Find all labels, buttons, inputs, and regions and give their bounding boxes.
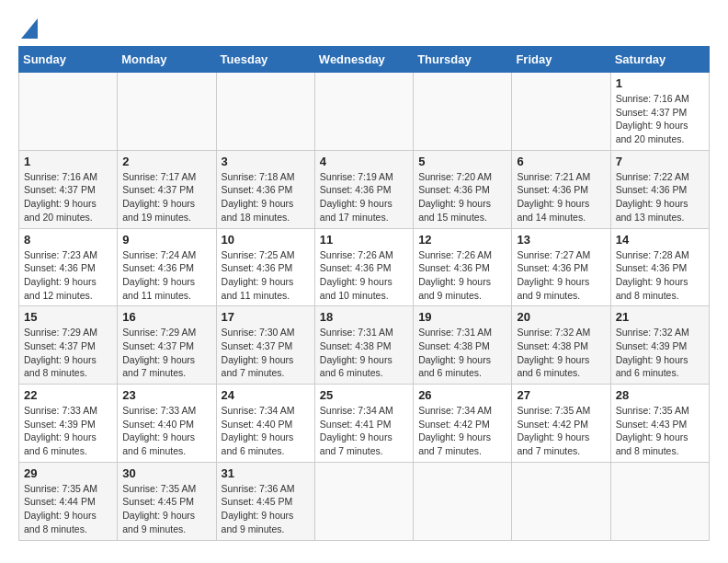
day-info: Sunrise: 7:27 AM Sunset: 4:36 PM Dayligh… — [517, 248, 605, 303]
day-info: Sunrise: 7:32 AM Sunset: 4:39 PM Dayligh… — [616, 326, 704, 380]
calendar-cell: 20Sunrise: 7:32 AM Sunset: 4:38 PM Dayli… — [512, 306, 610, 385]
logo-triangle-icon — [21, 18, 38, 39]
calendar-cell: 31Sunrise: 7:36 AM Sunset: 4:45 PM Dayli… — [216, 462, 314, 540]
day-info: Sunrise: 7:16 AM Sunset: 4:37 PM Dayligh… — [616, 92, 704, 146]
calendar-cell — [216, 73, 314, 151]
calendar-cell: 18Sunrise: 7:31 AM Sunset: 4:38 PM Dayli… — [314, 306, 413, 385]
calendar-week-row: 1Sunrise: 7:16 AM Sunset: 4:37 PM Daylig… — [19, 73, 710, 151]
calendar-cell — [414, 73, 512, 151]
day-info: Sunrise: 7:19 AM Sunset: 4:36 PM Dayligh… — [320, 170, 408, 224]
calendar-cell: 8Sunrise: 7:23 AM Sunset: 4:36 PM Daylig… — [19, 228, 118, 306]
day-number: 26 — [418, 388, 506, 402]
calendar-week-row: 15Sunrise: 7:29 AM Sunset: 4:37 PM Dayli… — [19, 306, 710, 385]
day-number: 2 — [122, 155, 210, 168]
day-info: Sunrise: 7:34 AM Sunset: 4:40 PM Dayligh… — [222, 404, 310, 458]
calendar-cell: 26Sunrise: 7:34 AM Sunset: 4:42 PM Dayli… — [414, 385, 512, 463]
day-number: 10 — [222, 233, 310, 247]
calendar-cell: 7Sunrise: 7:22 AM Sunset: 4:36 PM Daylig… — [610, 150, 709, 228]
calendar-cell: 10Sunrise: 7:25 AM Sunset: 4:36 PM Dayli… — [216, 228, 314, 306]
day-info: Sunrise: 7:33 AM Sunset: 4:40 PM Dayligh… — [122, 404, 210, 458]
calendar-cell: 27Sunrise: 7:35 AM Sunset: 4:42 PM Dayli… — [512, 385, 610, 463]
day-info: Sunrise: 7:36 AM Sunset: 4:45 PM Dayligh… — [222, 482, 310, 536]
day-info: Sunrise: 7:23 AM Sunset: 4:36 PM Dayligh… — [24, 248, 112, 303]
day-info: Sunrise: 7:18 AM Sunset: 4:36 PM Dayligh… — [222, 170, 310, 224]
day-number: 22 — [24, 388, 112, 402]
calendar-cell: 21Sunrise: 7:32 AM Sunset: 4:39 PM Dayli… — [610, 306, 709, 385]
calendar-week-row: 1Sunrise: 7:16 AM Sunset: 4:37 PM Daylig… — [19, 150, 710, 228]
day-info: Sunrise: 7:20 AM Sunset: 4:36 PM Dayligh… — [418, 170, 506, 224]
calendar-cell — [610, 462, 709, 540]
calendar-week-row: 8Sunrise: 7:23 AM Sunset: 4:36 PM Daylig… — [19, 228, 710, 306]
calendar-cell — [314, 462, 413, 540]
day-number: 12 — [418, 233, 506, 247]
day-info: Sunrise: 7:35 AM Sunset: 4:44 PM Dayligh… — [24, 482, 112, 536]
day-info: Sunrise: 7:16 AM Sunset: 4:37 PM Dayligh… — [24, 170, 112, 224]
calendar-cell: 3Sunrise: 7:18 AM Sunset: 4:36 PM Daylig… — [216, 150, 314, 228]
day-number: 30 — [122, 466, 210, 480]
day-info: Sunrise: 7:35 AM Sunset: 4:42 PM Dayligh… — [517, 404, 605, 458]
calendar-cell: 30Sunrise: 7:35 AM Sunset: 4:45 PM Dayli… — [118, 462, 216, 540]
day-number: 20 — [517, 310, 605, 324]
day-number: 24 — [222, 388, 310, 402]
calendar-day-header: Sunday — [19, 47, 118, 73]
day-number: 7 — [616, 155, 704, 168]
calendar-header-row: SundayMondayTuesdayWednesdayThursdayFrid… — [19, 47, 710, 73]
calendar-cell: 5Sunrise: 7:20 AM Sunset: 4:36 PM Daylig… — [414, 150, 512, 228]
calendar-cell: 25Sunrise: 7:34 AM Sunset: 4:41 PM Dayli… — [314, 385, 413, 463]
day-info: Sunrise: 7:31 AM Sunset: 4:38 PM Dayligh… — [418, 326, 506, 380]
calendar-cell — [19, 73, 118, 151]
calendar-cell: 19Sunrise: 7:31 AM Sunset: 4:38 PM Dayli… — [414, 306, 512, 385]
calendar-cell — [512, 73, 610, 151]
calendar-cell: 28Sunrise: 7:35 AM Sunset: 4:43 PM Dayli… — [610, 385, 709, 463]
calendar-week-row: 22Sunrise: 7:33 AM Sunset: 4:39 PM Dayli… — [19, 385, 710, 463]
day-info: Sunrise: 7:30 AM Sunset: 4:37 PM Dayligh… — [222, 326, 310, 380]
day-info: Sunrise: 7:22 AM Sunset: 4:36 PM Dayligh… — [616, 170, 704, 224]
day-number: 14 — [616, 233, 704, 247]
day-info: Sunrise: 7:24 AM Sunset: 4:36 PM Dayligh… — [122, 248, 210, 303]
calendar-cell: 15Sunrise: 7:29 AM Sunset: 4:37 PM Dayli… — [19, 306, 118, 385]
calendar-cell: 24Sunrise: 7:34 AM Sunset: 4:40 PM Dayli… — [216, 385, 314, 463]
calendar-cell: 22Sunrise: 7:33 AM Sunset: 4:39 PM Dayli… — [19, 385, 118, 463]
calendar-cell: 23Sunrise: 7:33 AM Sunset: 4:40 PM Dayli… — [118, 385, 216, 463]
calendar-cell — [512, 462, 610, 540]
logo — [18, 18, 38, 37]
day-info: Sunrise: 7:29 AM Sunset: 4:37 PM Dayligh… — [24, 326, 112, 380]
svg-marker-0 — [21, 18, 38, 39]
day-number: 8 — [24, 233, 112, 247]
day-number: 11 — [320, 233, 408, 247]
calendar-cell: 1Sunrise: 7:16 AM Sunset: 4:37 PM Daylig… — [610, 73, 709, 151]
day-number: 9 — [122, 233, 210, 247]
page-header — [18, 18, 710, 37]
calendar-cell: 13Sunrise: 7:27 AM Sunset: 4:36 PM Dayli… — [512, 228, 610, 306]
calendar-day-header: Wednesday — [314, 47, 413, 73]
day-number: 19 — [418, 310, 506, 324]
day-number: 21 — [616, 310, 704, 324]
calendar-cell: 16Sunrise: 7:29 AM Sunset: 4:37 PM Dayli… — [118, 306, 216, 385]
calendar-day-header: Friday — [512, 47, 610, 73]
calendar-cell: 6Sunrise: 7:21 AM Sunset: 4:36 PM Daylig… — [512, 150, 610, 228]
day-info: Sunrise: 7:35 AM Sunset: 4:43 PM Dayligh… — [616, 404, 704, 458]
calendar-cell — [314, 73, 413, 151]
day-info: Sunrise: 7:17 AM Sunset: 4:37 PM Dayligh… — [122, 170, 210, 224]
day-info: Sunrise: 7:34 AM Sunset: 4:41 PM Dayligh… — [320, 404, 408, 458]
calendar-cell — [414, 462, 512, 540]
calendar-table: SundayMondayTuesdayWednesdayThursdayFrid… — [18, 46, 710, 541]
calendar-day-header: Saturday — [610, 47, 709, 73]
day-number: 13 — [517, 233, 605, 247]
day-number: 5 — [418, 155, 506, 168]
day-number: 6 — [517, 155, 605, 168]
calendar-cell: 4Sunrise: 7:19 AM Sunset: 4:36 PM Daylig… — [314, 150, 413, 228]
day-info: Sunrise: 7:28 AM Sunset: 4:36 PM Dayligh… — [616, 248, 704, 303]
day-number: 29 — [24, 466, 112, 480]
day-number: 1 — [24, 155, 112, 168]
day-number: 27 — [517, 388, 605, 402]
calendar-cell: 1Sunrise: 7:16 AM Sunset: 4:37 PM Daylig… — [19, 150, 118, 228]
day-info: Sunrise: 7:35 AM Sunset: 4:45 PM Dayligh… — [122, 482, 210, 536]
calendar-cell: 2Sunrise: 7:17 AM Sunset: 4:37 PM Daylig… — [118, 150, 216, 228]
day-info: Sunrise: 7:26 AM Sunset: 4:36 PM Dayligh… — [320, 248, 408, 303]
day-number: 25 — [320, 388, 408, 402]
day-number: 28 — [616, 388, 704, 402]
day-number: 31 — [222, 466, 310, 480]
calendar-cell: 12Sunrise: 7:26 AM Sunset: 4:36 PM Dayli… — [414, 228, 512, 306]
day-info: Sunrise: 7:21 AM Sunset: 4:36 PM Dayligh… — [517, 170, 605, 224]
